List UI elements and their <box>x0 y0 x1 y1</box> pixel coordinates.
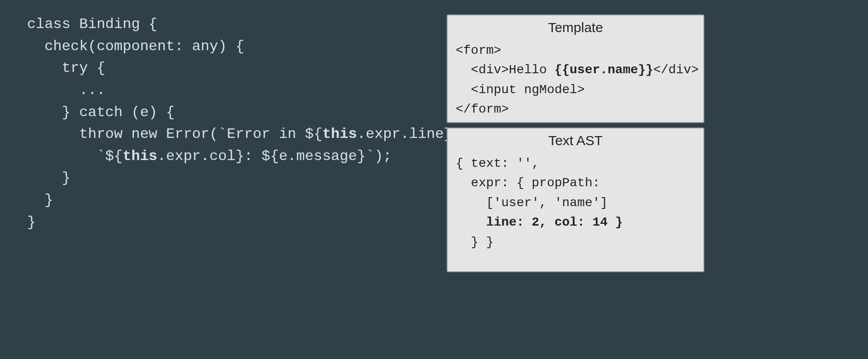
template-line-2-expr: {{user.name}} <box>554 63 653 77</box>
ast-line-4-linecol: line: 2, col: 14 } <box>486 215 623 229</box>
template-line-2c: </div> <box>653 63 699 77</box>
ast-line-4a <box>456 215 486 229</box>
code-line-7-this: this <box>123 148 157 165</box>
template-line-2a: <div>Hello <box>456 63 554 77</box>
ast-panel: Text AST { text: '', expr: { propPath: [… <box>447 128 704 272</box>
template-line-4: </form> <box>456 102 509 116</box>
ast-panel-body: { text: '', expr: { propPath: ['user', '… <box>456 154 695 252</box>
template-panel-body: <form> <div>Hello {{user.name}}</div> <i… <box>456 41 695 119</box>
code-line-1: class Binding { <box>27 16 157 33</box>
ast-panel-title: Text AST <box>456 133 695 148</box>
code-line-8: } <box>27 170 71 186</box>
ast-line-2: expr: { propPath: <box>456 176 600 190</box>
ast-line-1: { text: '', <box>456 156 539 170</box>
template-panel: Template <form> <div>Hello {{user.name}}… <box>447 14 704 123</box>
template-panel-title: Template <box>456 20 695 35</box>
code-line-7a: `${ <box>27 148 123 165</box>
template-line-3: <input ngModel> <box>456 83 585 97</box>
code-line-5: } catch (e) { <box>27 104 175 121</box>
code-line-9: } <box>27 192 53 208</box>
code-line-6a: throw new Error(`Error in ${ <box>27 126 322 142</box>
code-line-6-this: this <box>322 126 357 142</box>
code-line-3: try { <box>27 60 105 76</box>
code-line-7c: .expr.col}: ${e.message}`); <box>157 148 392 165</box>
ast-line-3: ['user', 'name'] <box>456 196 608 210</box>
code-block: class Binding { check(component: any) { … <box>27 14 479 233</box>
code-line-10: } <box>27 214 36 231</box>
code-line-2: check(component: any) { <box>27 38 244 55</box>
code-line-4: ... <box>27 82 105 99</box>
template-line-1: <form> <box>456 43 501 57</box>
ast-line-5: } } <box>456 235 494 249</box>
